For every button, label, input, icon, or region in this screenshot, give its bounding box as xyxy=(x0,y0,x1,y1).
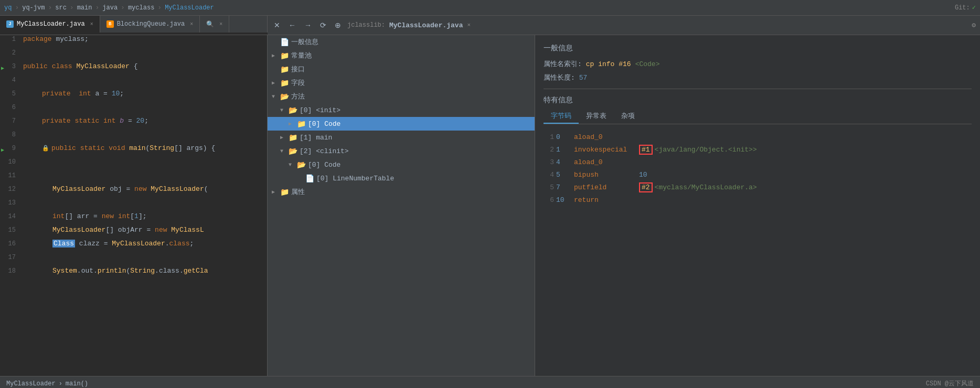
tree-item-main[interactable]: ▶ 📁 [1] main xyxy=(268,131,535,144)
jclasslib-close-btn[interactable]: ✕ xyxy=(272,20,282,30)
tab-blockingqueue-label: BlockingQueue.java xyxy=(117,20,185,28)
tree-item-constpool[interactable]: ▶ 📁 常量池 xyxy=(268,49,535,62)
editor-line-15: 15 MyClassLoader[] objArr = new MyClassL xyxy=(0,226,267,240)
tree-item-init[interactable]: ▼ 📂 [0] <init> xyxy=(268,103,535,117)
attr-name-cpref[interactable]: cp info #16 xyxy=(586,60,631,68)
editor-line-7: 7 private static int b = 20; xyxy=(0,117,267,131)
bc-row-4: 4 5 bipush 10 xyxy=(544,168,972,181)
combined-tab-area: J MyClassLoader.java × B BlockingQueue.j… xyxy=(0,16,980,35)
java-icon: J xyxy=(6,20,14,28)
jclasslib-globe-btn[interactable]: ⊕ xyxy=(333,20,343,30)
general-info-title: 一般信息 xyxy=(544,44,972,53)
tree-item-interface[interactable]: 📁 接口 xyxy=(268,62,535,76)
folder-icon-fields: 📁 xyxy=(280,79,289,88)
jclasslib-back-btn[interactable]: ← xyxy=(286,20,298,30)
tab-myclassloader[interactable]: J MyClassLoader.java × xyxy=(0,16,100,33)
editor-line-3: ▶ 3 public class MyClassLoader { xyxy=(0,62,267,76)
close-search[interactable]: × xyxy=(219,21,222,27)
bc-comment-1: <java/lang/Object.<init>> xyxy=(655,146,757,154)
file-icon-linenumber: 📄 xyxy=(305,174,314,183)
breadcrumb-class: MyClassLoader xyxy=(6,380,56,387)
tree-item-attrs[interactable]: ▶ 📁 属性 xyxy=(268,185,535,199)
settings-icon[interactable]: ⚙ xyxy=(972,21,976,29)
bc-ref-box-1[interactable]: #1 xyxy=(639,145,653,155)
blockingqueue-icon: B xyxy=(106,20,114,28)
bc-row-2: 2 1 invokespecial #1 <java/lang/Object.<… xyxy=(544,143,972,156)
bc-comment-2: <myclass/MyClassLoader.a> xyxy=(655,184,757,191)
editor-line-8: 8 xyxy=(0,131,267,144)
attr-name-code: <Code> xyxy=(635,60,660,68)
editor-line-16: 16 Class clazz = MyClassLoader.class; xyxy=(0,240,267,253)
jclasslib-prefix: jclasslib: xyxy=(347,21,385,29)
git-check: ✓ xyxy=(972,4,976,12)
editor-line-18: 18 System.out.println(String.class.getCl… xyxy=(0,267,267,281)
editor-line-12: 12 MyClassLoader obj = new MyClassLoader… xyxy=(0,185,267,199)
top-bar-main[interactable]: main xyxy=(77,4,92,12)
play-icon-9[interactable]: ▶ xyxy=(1,147,4,153)
editor-line-5: 5 private int a = 10; xyxy=(0,90,267,103)
editor-line-17: 17 xyxy=(0,253,267,267)
top-bar-myclassloader[interactable]: MyClassLoader xyxy=(165,4,214,12)
attr-name-row: 属性名索引: cp info #16 <Code> xyxy=(544,59,972,69)
tree-item-general[interactable]: 📄 一般信息 xyxy=(268,35,535,49)
folder-icon-code0: 📁 xyxy=(297,120,306,128)
top-bar-java[interactable]: java xyxy=(102,4,118,12)
tab-exceptiontable[interactable]: 异常表 xyxy=(579,109,614,124)
git-label: Git: xyxy=(955,4,970,12)
tab-blockingqueue[interactable]: B BlockingQueue.java × xyxy=(100,16,200,33)
bytecode-table: 1 0 aload_0 2 1 invokespecial #1 <java/l… xyxy=(544,131,972,206)
top-bar-yqjvm[interactable]: yq-jvm xyxy=(22,4,45,12)
editor-line-11: 11 xyxy=(0,171,267,185)
tab-myclassloader-label: MyClassLoader.java xyxy=(17,20,85,28)
tab-misc[interactable]: 杂项 xyxy=(614,109,642,124)
tree-pane: 📄 一般信息 ▶ 📁 常量池 📁 接口 ▶ 📁 字段 ▼ 📂 方法 xyxy=(268,35,535,376)
folder-icon-interface: 📁 xyxy=(280,65,289,74)
jclasslib-forward-btn[interactable]: → xyxy=(302,20,314,30)
editor-lines: 1 package myclass; 2 ▶ 3 public class My… xyxy=(0,35,267,281)
search-tab-icon: 🔍 xyxy=(206,20,214,28)
editor-line-10: 10 xyxy=(0,158,267,171)
breadcrumb-method: main() xyxy=(66,380,88,387)
folder-icon-clinit: 📂 xyxy=(289,147,297,156)
breadcrumb-sep: › xyxy=(59,380,62,387)
editor-line-14: 14 int[] arr = new int[1]; xyxy=(0,212,267,226)
top-bar-src[interactable]: src xyxy=(55,4,67,12)
bc-row-3: 3 4 aload_0 xyxy=(544,156,972,168)
editor-pane: 1 package myclass; 2 ▶ 3 public class My… xyxy=(0,35,268,376)
tab-search[interactable]: 🔍 × xyxy=(200,16,229,33)
attr-len-row: 属性长度: 57 xyxy=(544,73,972,82)
tree-item-code1[interactable]: ▼ 📂 [0] Code xyxy=(268,158,535,171)
editor-line-1: 1 package myclass; xyxy=(0,35,267,49)
folder-icon-code1: 📂 xyxy=(297,160,306,169)
tree-item-clinit[interactable]: ▼ 📂 [2] <clinit> xyxy=(268,144,535,158)
tree-item-fields[interactable]: ▶ 📁 字段 xyxy=(268,76,535,90)
folder-icon-attrs: 📁 xyxy=(280,188,289,197)
folder-icon-main: 📁 xyxy=(289,133,297,142)
detail-pane: 一般信息 属性名索引: cp info #16 <Code> 属性长度: 57 … xyxy=(535,35,980,376)
editor-tabs: J MyClassLoader.java × B BlockingQueue.j… xyxy=(0,16,268,33)
detail-tabs: 字节码 异常表 杂项 xyxy=(544,109,972,124)
folder-icon-methods: 📂 xyxy=(280,92,289,101)
tree-item-code0[interactable]: ▶ 📁 [0] Code xyxy=(268,117,535,131)
top-bar-yq[interactable]: yq xyxy=(4,4,12,12)
jclasslib-refresh-btn[interactable]: ⟳ xyxy=(318,20,328,30)
breadcrumb: MyClassLoader › main() xyxy=(6,380,88,387)
bc-row-6: 6 10 return xyxy=(544,193,972,206)
editor-line-9: ▶ 9 🔒public static void main(String[] ar… xyxy=(0,144,267,158)
editor-line-13: 13 xyxy=(0,199,267,212)
bc-bipush-val: 10 xyxy=(639,171,647,179)
jclasslib-tabbar: ✕ ← → ⟳ ⊕ jclasslib: MyClassLoader.java … xyxy=(268,16,980,35)
jclasslib-tab-label: MyClassLoader.java xyxy=(389,21,463,29)
tab-bytecode[interactable]: 字节码 xyxy=(544,109,579,124)
tree-item-linenumber[interactable]: 📄 [0] LineNumberTable xyxy=(268,171,535,185)
close-blockingqueue[interactable]: × xyxy=(190,21,193,27)
top-bar-myclass[interactable]: myclass xyxy=(128,4,154,12)
close-myclassloader[interactable]: × xyxy=(90,21,93,27)
bc-ref-box-2[interactable]: #2 xyxy=(639,182,653,192)
jclasslib-tab-close[interactable]: × xyxy=(467,22,471,28)
editor-line-4: 4 xyxy=(0,76,267,90)
tree-item-methods[interactable]: ▼ 📂 方法 xyxy=(268,90,535,103)
status-bar: MyClassLoader › main() CSDN @云下风道 xyxy=(0,376,980,388)
editor-line-2: 2 xyxy=(0,49,267,62)
play-icon-3[interactable]: ▶ xyxy=(1,65,4,71)
